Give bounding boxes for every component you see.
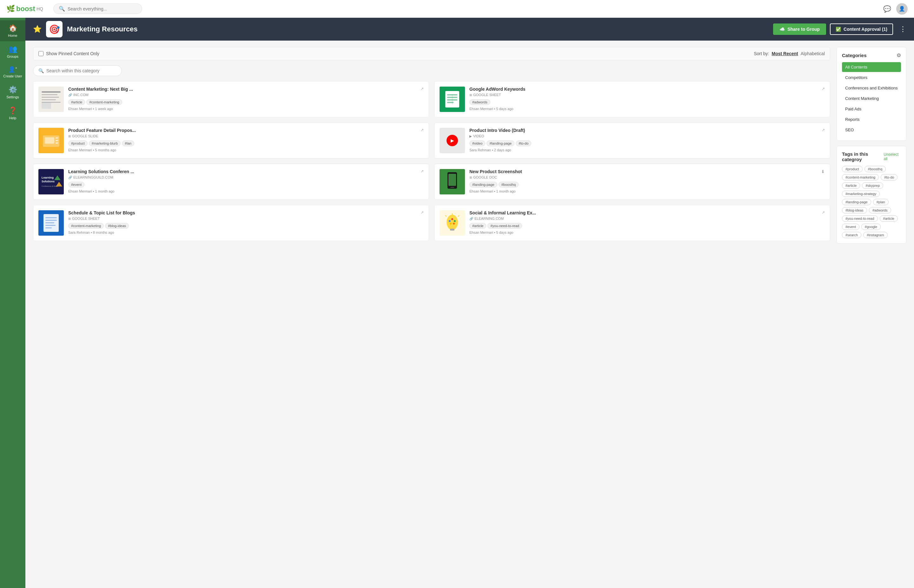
tag[interactable]: #landing-page bbox=[487, 141, 514, 146]
svg-rect-17 bbox=[55, 137, 58, 139]
more-options-icon[interactable]: ⋮ bbox=[899, 25, 906, 33]
card-meta: Ehsan Mermari • 1 month ago bbox=[469, 189, 825, 193]
content-approval-button[interactable]: ✅ Content Approval (1) bbox=[830, 23, 893, 35]
tag-you-need-to-read[interactable]: #you-need-to-read bbox=[842, 215, 878, 222]
category-search-input[interactable] bbox=[46, 68, 116, 73]
card-tags: #event bbox=[68, 182, 424, 187]
sheet-icon: ⊞ bbox=[469, 93, 472, 97]
tag[interactable]: #video bbox=[469, 141, 485, 146]
tag[interactable]: #article bbox=[68, 99, 85, 105]
link-icon: 🔗 bbox=[68, 176, 72, 179]
card-info: Product Feature Detail Propos... ↗ ⊞ GOO… bbox=[68, 128, 424, 152]
card-product-feature[interactable]: Product Feature Detail Propos... ↗ ⊞ GOO… bbox=[33, 123, 429, 158]
card-learning-solutions[interactable]: Learning Solutions Conference & Expo Lea… bbox=[33, 164, 429, 200]
sidebar-item-label: Groups bbox=[7, 55, 18, 58]
card-info: New Product Screenshot ⬇ ⊞ GOOGLE DOC #l… bbox=[469, 169, 825, 193]
card-content-marketing[interactable]: Content Marketing: Next Big ... ↗ 🔗 INC.… bbox=[33, 81, 429, 117]
avatar[interactable]: 👤 bbox=[896, 3, 908, 15]
tag[interactable]: #lan bbox=[122, 141, 134, 146]
tag[interactable]: #event bbox=[68, 182, 84, 187]
card-thumbnail bbox=[39, 87, 64, 112]
sidebar-item-label: Home bbox=[8, 34, 17, 37]
tags-title: Tags in this categroy bbox=[842, 151, 883, 162]
tag[interactable]: #landing-page bbox=[469, 182, 497, 187]
tag-search[interactable]: #search bbox=[842, 232, 861, 238]
categories-settings-icon[interactable]: ⚙ bbox=[896, 52, 901, 58]
tag-adwords[interactable]: #adwords bbox=[869, 207, 891, 213]
content-area: ⭐ 🎯 Marketing Resources ☁️ Share to Grou… bbox=[25, 18, 914, 588]
category-item-content-marketing[interactable]: Content Marketing bbox=[842, 94, 901, 103]
card-product-intro-video[interactable]: ▶ Product Intro Video (Draft) ↗ ▶ VIDEO bbox=[434, 123, 830, 158]
video-icon: ▶ bbox=[469, 134, 472, 138]
tag[interactable]: #content-marketing bbox=[68, 223, 104, 229]
category-item-seo[interactable]: SEO bbox=[842, 125, 901, 135]
sort-most-recent[interactable]: Most Recent bbox=[772, 51, 798, 56]
tag[interactable]: #blog-ideas bbox=[105, 223, 129, 229]
category-item-competitors[interactable]: Competitors bbox=[842, 73, 901, 82]
svg-text:Learning: Learning bbox=[42, 176, 53, 179]
external-link-icon: ↗ bbox=[421, 87, 424, 91]
sidebar-item-create-user[interactable]: 👤+ Create User bbox=[0, 62, 25, 82]
svg-rect-2 bbox=[42, 94, 57, 95]
tag-product[interactable]: #product bbox=[842, 166, 862, 172]
favorite-star-icon[interactable]: ⭐ bbox=[33, 25, 42, 33]
home-icon: 🏠 bbox=[8, 24, 17, 32]
tags-panel: Tags in this categroy Unselect all #prod… bbox=[836, 146, 906, 244]
link-icon: 🔗 bbox=[469, 217, 473, 220]
svg-point-44 bbox=[451, 218, 453, 220]
tag[interactable]: #to-do bbox=[516, 141, 531, 146]
sidebar-item-home[interactable]: 🏠 Home bbox=[0, 20, 25, 41]
global-search[interactable]: 🔍 bbox=[53, 3, 142, 14]
sidebar-item-settings[interactable]: ⚙️ Settings bbox=[0, 82, 25, 103]
logo-text: boost bbox=[16, 5, 35, 13]
tag-event[interactable]: #event bbox=[842, 224, 859, 230]
sidebar-item-help[interactable]: ❓ Help bbox=[0, 103, 25, 124]
tag-marketing-strategy[interactable]: #marketing-strategy bbox=[842, 191, 880, 197]
tag[interactable]: #adwords bbox=[469, 99, 490, 105]
category-item-reports[interactable]: Reports bbox=[842, 115, 901, 124]
pinned-checkbox[interactable] bbox=[39, 51, 44, 56]
tag[interactable]: #marketing-blurb bbox=[89, 141, 121, 146]
tag-plan[interactable]: #plan bbox=[873, 199, 889, 205]
card-title: Learning Solutions Conferen ... bbox=[68, 169, 418, 174]
category-item-conferences[interactable]: Conferences and Exhibitions bbox=[842, 83, 901, 93]
tag-article[interactable]: #article bbox=[842, 183, 860, 189]
tag-to-do[interactable]: #to-do bbox=[881, 174, 898, 181]
category-item-all[interactable]: All Contents bbox=[842, 62, 901, 72]
tag-google[interactable]: #google bbox=[861, 224, 881, 230]
card-google-adword[interactable]: Google AdWord Keywords ↗ ⊞ GOOGLE SHEET … bbox=[434, 81, 830, 117]
sidebar-item-groups[interactable]: 👥 Groups bbox=[0, 41, 25, 62]
tag[interactable]: #article bbox=[469, 223, 486, 229]
tag-landing-page[interactable]: #landing-page bbox=[842, 199, 871, 205]
sort-alphabetical[interactable]: Alphabetical bbox=[801, 51, 825, 56]
tag[interactable]: #product bbox=[68, 141, 87, 146]
tag-blog-ideas[interactable]: #blog-ideas bbox=[842, 207, 867, 213]
tag-instagram[interactable]: #instagram bbox=[863, 232, 887, 238]
tag[interactable]: #you-need-to-read bbox=[487, 223, 522, 229]
tag-article2[interactable]: #article bbox=[880, 215, 898, 222]
category-search[interactable]: 🔍 bbox=[33, 65, 122, 76]
card-thumbnail bbox=[39, 128, 64, 153]
card-schedule-topic-list[interactable]: Schedule & Topic List for Blogs ↗ ⊞ GOOG… bbox=[33, 205, 429, 241]
search-input[interactable] bbox=[68, 6, 137, 11]
category-item-paid-ads[interactable]: Paid Ads bbox=[842, 104, 901, 114]
svg-rect-19 bbox=[55, 142, 58, 144]
card-info: Product Intro Video (Draft) ↗ ▶ VIDEO #v… bbox=[469, 128, 825, 152]
svg-text:Conference & Expo: Conference & Expo bbox=[42, 185, 58, 187]
card-thumbnail bbox=[440, 87, 465, 112]
tag[interactable]: #content-marketing bbox=[86, 99, 122, 105]
tag-skyprep[interactable]: #skyprep bbox=[862, 183, 883, 189]
share-to-group-button[interactable]: ☁️ Share to Group bbox=[773, 23, 826, 35]
logo[interactable]: 🌿 boost HQ bbox=[6, 5, 43, 13]
tag-boosthq[interactable]: #boosthq bbox=[864, 166, 886, 172]
card-new-product-screenshot[interactable]: New Product Screenshot ⬇ ⊞ GOOGLE DOC #l… bbox=[434, 164, 830, 200]
download-icon[interactable]: ⬇ bbox=[821, 169, 825, 174]
card-social-informal-learning[interactable]: Social & Informal Learning Ex... ↗ 🔗 ELE… bbox=[434, 205, 830, 241]
tag-content-marketing[interactable]: #content-marketing bbox=[842, 174, 879, 181]
messages-icon[interactable]: 💬 bbox=[883, 5, 891, 13]
external-link-icon: ↗ bbox=[822, 128, 825, 132]
unselect-all-button[interactable]: Unselect all bbox=[883, 152, 901, 161]
tag[interactable]: #boosthq bbox=[498, 182, 519, 187]
svg-point-46 bbox=[450, 223, 451, 225]
show-pinned-toggle[interactable]: Show Pinned Content Only bbox=[39, 51, 99, 56]
